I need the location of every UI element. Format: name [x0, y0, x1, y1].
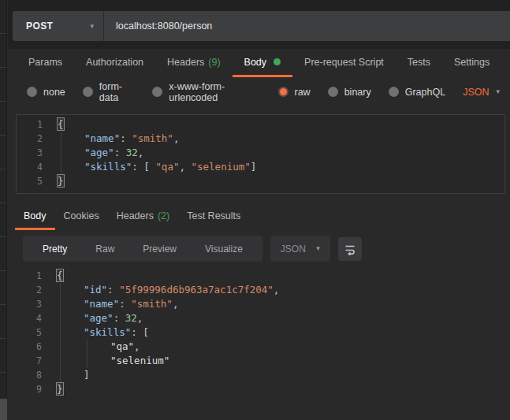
- line-number: 1: [17, 117, 58, 132]
- code-line: 6"qa",: [8, 340, 510, 354]
- code-text: "name": "smith",: [57, 297, 178, 311]
- line-number: 9: [8, 382, 57, 396]
- code-text: {: [58, 117, 64, 132]
- wrap-text-icon: [344, 243, 356, 255]
- body-mode-label: raw: [295, 87, 311, 98]
- code-token: ,: [179, 161, 191, 173]
- code-token: "selenium": [192, 161, 251, 173]
- chevron-down-icon: ▾: [90, 23, 94, 30]
- body-mode-graphql[interactable]: GraphQL: [389, 87, 445, 98]
- line-number: 2: [8, 283, 57, 297]
- line-number: 3: [17, 146, 58, 160]
- response-tabs: BodyCookiesHeaders(2)Test Results: [8, 203, 510, 230]
- code-line: 2"id": "5f99996d6b963a7ac1c7f204",: [8, 283, 510, 297]
- body-mode-form-data[interactable]: form-data: [83, 81, 136, 103]
- code-text: "age": 32,: [58, 146, 143, 160]
- line-number: 6: [8, 340, 57, 354]
- code-token: "skills": [84, 326, 131, 338]
- indent-guide: [61, 160, 84, 174]
- response-body-viewer[interactable]: 1{2"id": "5f99996d6b963a7ac1c7f204",3"na…: [8, 266, 510, 396]
- code-token: "5f99996d6b963a7ac1c7f204": [119, 284, 274, 295]
- tab-headers[interactable]: Headers(9): [155, 49, 233, 77]
- sidebar-edge: [0, 0, 7, 420]
- tab-label: Params: [28, 57, 62, 68]
- code-line: 9}: [8, 382, 510, 396]
- body-mode-none[interactable]: none: [27, 87, 65, 98]
- code-token: ]: [251, 161, 257, 173]
- body-mode-label: x-www-form-urlencoded: [169, 81, 260, 103]
- chevron-down-icon: ▾: [496, 88, 500, 95]
- view-tab-visualize[interactable]: Visualize: [191, 243, 257, 255]
- code-token: {: [58, 118, 64, 130]
- url-bar: POST ▾ localhost:8080/person: [13, 11, 510, 41]
- indent-guide: [61, 146, 84, 160]
- response-tab-headers[interactable]: Headers(2): [108, 203, 179, 230]
- tab-params[interactable]: Params: [17, 49, 74, 77]
- code-line: 1{: [8, 269, 510, 283]
- response-tab-body[interactable]: Body: [15, 203, 55, 230]
- response-tab-test-results[interactable]: Test Results: [178, 203, 249, 230]
- url-input[interactable]: localhost:8080/person: [104, 11, 510, 41]
- view-tab-preview[interactable]: Preview: [128, 243, 191, 255]
- tab-body[interactable]: Body: [233, 49, 293, 77]
- body-mode-raw[interactable]: raw: [278, 87, 311, 98]
- tab-label: Authorization: [86, 57, 143, 68]
- raw-type-selector[interactable]: JSON▾: [463, 87, 500, 98]
- radio-icon: [389, 87, 399, 97]
- code-line: 5}: [17, 174, 504, 188]
- code-token: "qa": [155, 161, 179, 173]
- sidebar-scrollbar-thumb[interactable]: [0, 399, 7, 420]
- body-mode-x-www-form-urlencoded[interactable]: x-www-form-urlencoded: [152, 81, 260, 103]
- code-token: :: [107, 284, 119, 295]
- radio-icon: [27, 87, 37, 97]
- body-mode-row: noneform-datax-www-form-urlencodedrawbin…: [8, 77, 510, 106]
- method-selector[interactable]: POST ▾: [13, 11, 104, 41]
- tab-tests[interactable]: Tests: [396, 49, 442, 77]
- response-format-selector[interactable]: JSON ▾: [270, 236, 330, 262]
- code-token: "name": [84, 132, 120, 144]
- radio-icon: [328, 87, 338, 97]
- code-text: "id": "5f99996d6b963a7ac1c7f204",: [57, 283, 279, 297]
- indent-guide: [60, 368, 84, 382]
- line-number: 2: [17, 132, 58, 146]
- request-body-editor[interactable]: 1{2"name": "smith",3"age": 32,4"skills":…: [16, 114, 505, 194]
- line-number: 4: [8, 311, 57, 325]
- response-tab-cookies[interactable]: Cookies: [55, 203, 108, 230]
- indent-guide: [60, 297, 84, 311]
- code-token: :: [119, 298, 131, 310]
- code-text: "age": 32,: [57, 311, 143, 325]
- code-token: "age": [84, 147, 114, 158]
- view-tab-pretty[interactable]: Pretty: [28, 243, 81, 255]
- tab-settings[interactable]: Settings: [442, 49, 501, 77]
- tab-count-badge: (2): [158, 210, 169, 221]
- code-token: "smith": [131, 298, 173, 310]
- tab-pre-request-script[interactable]: Pre-request Script: [292, 49, 396, 77]
- code-text: ]: [57, 368, 90, 382]
- code-text: }: [57, 382, 63, 396]
- body-mode-binary[interactable]: binary: [328, 87, 371, 98]
- code-token: "qa": [110, 340, 134, 352]
- request-tabs: ParamsAuthorizationHeaders(9)BodyPre-req…: [8, 49, 510, 77]
- code-token: ,: [173, 298, 179, 310]
- view-tab-raw[interactable]: Raw: [81, 243, 128, 255]
- code-text: "name": "smith",: [58, 132, 179, 146]
- method-label: POST: [26, 20, 53, 32]
- tab-label: Test Results: [187, 210, 240, 221]
- code-token: ,: [137, 312, 143, 324]
- tab-authorization[interactable]: Authorization: [74, 49, 155, 77]
- code-text: "qa",: [57, 340, 140, 354]
- postman-window: POST ▾ localhost:8080/person ParamsAutho…: [0, 0, 510, 420]
- code-text: {: [57, 269, 63, 283]
- tab-count-badge: (9): [208, 57, 220, 68]
- code-token: :: [120, 132, 132, 144]
- wrap-text-button[interactable]: [338, 237, 362, 261]
- line-number: 5: [17, 174, 58, 188]
- indent-guide: [60, 340, 84, 354]
- code-token: : [: [131, 326, 149, 338]
- response-format-label: JSON: [281, 243, 306, 255]
- code-token: ,: [138, 147, 144, 158]
- body-mode-label: binary: [344, 87, 371, 98]
- tab-label: Body: [24, 210, 47, 221]
- tab-label: Headers: [117, 210, 154, 221]
- code-line: 3"age": 32,: [17, 146, 504, 160]
